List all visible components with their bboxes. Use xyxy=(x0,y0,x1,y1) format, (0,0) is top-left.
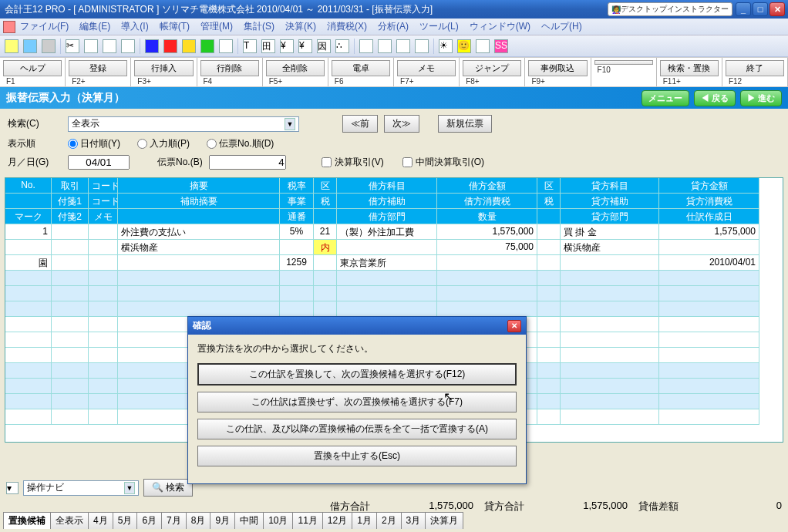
order-input-radio[interactable]: 入力順(P) xyxy=(137,137,190,150)
fkey-F5+[interactable]: 全削除F5+ xyxy=(263,58,328,86)
copy-icon[interactable] xyxy=(84,39,98,53)
footer-tab[interactable]: 3月 xyxy=(401,512,426,529)
footer-tab[interactable]: 9月 xyxy=(210,512,235,529)
skip-next-button[interactable]: この仕訳は置換せず、次の置換候補を選択する(F7) xyxy=(197,392,517,412)
interim-check[interactable]: 中間決算取引(O) xyxy=(402,156,484,169)
footer-tab[interactable]: 1月 xyxy=(352,512,377,529)
menu-edit[interactable]: 編集(E) xyxy=(79,20,110,33)
table-row[interactable] xyxy=(5,271,783,286)
table-row[interactable] xyxy=(5,301,783,317)
tool-icon[interactable]: SS xyxy=(494,39,508,53)
tool-icon[interactable]: ☀ xyxy=(439,39,453,53)
replace-all-button[interactable]: この仕訳、及び以降の置換候補の伝票を全て一括で置換する(A) xyxy=(197,419,517,439)
fkey-F10[interactable]: F10 xyxy=(591,58,657,86)
cut-icon[interactable]: ✂ xyxy=(66,39,79,53)
tool-icon[interactable]: 因 xyxy=(317,39,331,53)
search-combo[interactable]: 全表示 ▼ xyxy=(68,116,299,132)
tag-icon[interactable] xyxy=(163,39,177,53)
settlement-check[interactable]: 決算取引(V) xyxy=(322,156,384,169)
fkey-F4[interactable]: 行削除F4 xyxy=(197,58,263,86)
fkey-F12[interactable]: 終了F12 xyxy=(722,58,788,86)
tool-icon[interactable]: 田 xyxy=(261,39,275,53)
footer-tab[interactable]: 7月 xyxy=(161,512,187,529)
dialog-close-button[interactable]: ✕ xyxy=(507,320,521,332)
forward-button[interactable]: ▶ 進む xyxy=(740,90,782,106)
tag-icon[interactable] xyxy=(200,39,214,53)
fkey-F11+[interactable]: 検索・置換F11+ xyxy=(657,58,722,86)
menu-button[interactable]: メニュー xyxy=(642,90,689,106)
fkey-F2+[interactable]: 登録F2+ xyxy=(66,58,131,86)
menu-total[interactable]: 集計(S) xyxy=(244,20,274,33)
cancel-replace-button[interactable]: 置換を中止する(Esc) xyxy=(197,446,517,466)
fkey-hint: F5+ xyxy=(263,77,328,86)
menu-help[interactable]: ヘルプ(H) xyxy=(541,20,582,33)
tool-icon[interactable] xyxy=(359,39,373,53)
tag-icon[interactable] xyxy=(182,39,196,53)
footer-tab[interactable]: 置換候補 xyxy=(3,512,51,529)
fkey-F6[interactable]: 電卓F6 xyxy=(328,58,394,86)
footer-tab[interactable]: 10月 xyxy=(263,512,293,529)
footer-tab[interactable]: 中間 xyxy=(234,512,264,529)
fkey-F1[interactable]: ヘルプF1 xyxy=(0,58,66,86)
footer-tab[interactable]: 4月 xyxy=(88,512,113,529)
close-button[interactable]: ✕ xyxy=(769,2,785,16)
order-date-radio[interactable]: 日付順(Y) xyxy=(68,137,120,150)
footer-tab[interactable]: 11月 xyxy=(292,512,322,529)
search-button[interactable]: 🔍 検索 xyxy=(143,479,193,497)
menu-window[interactable]: ウィンドウ(W) xyxy=(470,20,530,33)
tool-icon[interactable] xyxy=(476,39,490,53)
prev-button[interactable]: ≪前 xyxy=(342,115,378,133)
tool-icon[interactable]: ∴ xyxy=(335,39,349,53)
maximize-button[interactable]: □ xyxy=(753,2,768,16)
footer-tab[interactable]: 6月 xyxy=(136,512,162,529)
tool-icon[interactable] xyxy=(121,39,135,53)
menu-settle[interactable]: 決算(K) xyxy=(285,20,316,33)
footer-tab[interactable]: 12月 xyxy=(322,512,352,529)
tool-icon[interactable] xyxy=(42,39,56,53)
instructor-badge[interactable]: 👩‍🏫 デスクトップインストラクター xyxy=(608,2,732,16)
menu-manage[interactable]: 管理(M) xyxy=(200,20,233,33)
tool-icon[interactable] xyxy=(219,39,233,53)
tool-icon[interactable] xyxy=(5,39,19,53)
menu-tool[interactable]: ツール(L) xyxy=(419,20,459,33)
menu-tax[interactable]: 消費税(X) xyxy=(327,20,367,33)
paste-icon[interactable] xyxy=(103,39,116,53)
back-button[interactable]: ◀ 戻る xyxy=(694,90,736,106)
new-slip-button[interactable]: 新規伝票 xyxy=(438,115,492,133)
footer-tab[interactable]: 5月 xyxy=(113,512,138,529)
tag-icon[interactable] xyxy=(145,39,159,53)
tool-icon[interactable]: T xyxy=(243,39,257,53)
slipno-input[interactable] xyxy=(209,155,286,170)
table-row[interactable]: 園1259東京営業所2010/04/01 xyxy=(5,255,783,271)
fkey-F9+[interactable]: 事例取込F9+ xyxy=(525,58,591,86)
footer-tab[interactable]: 全表示 xyxy=(50,512,89,529)
menu-file[interactable]: ファイル(F) xyxy=(20,20,69,33)
tool-icon[interactable] xyxy=(23,39,37,53)
next-button[interactable]: 次≫ xyxy=(384,115,419,133)
order-slipno-radio[interactable]: 伝票No.順(D) xyxy=(207,137,274,150)
table-row[interactable]: 横浜物産内75,000横浜物産 xyxy=(5,240,783,255)
minimize-button[interactable]: _ xyxy=(736,2,751,16)
tool-icon[interactable]: ¥ xyxy=(298,39,312,53)
menu-intro[interactable]: 導入(I) xyxy=(121,20,148,33)
tool-icon[interactable] xyxy=(396,39,410,53)
tool-icon[interactable] xyxy=(415,39,429,53)
tool-icon[interactable]: ¥ xyxy=(280,39,294,53)
navi-combo[interactable]: 操作ナビ▼ xyxy=(23,480,139,496)
replace-next-button[interactable]: この仕訳を置換して、次の置換候補を選択する(F12) xyxy=(197,363,517,386)
dropdown-icon[interactable]: ▾ xyxy=(6,482,19,494)
fkey-F8+[interactable]: ジャンプF8+ xyxy=(460,58,525,86)
menu-analyze[interactable]: 分析(A) xyxy=(378,20,409,33)
cell: 5% xyxy=(280,224,314,240)
tool-icon[interactable] xyxy=(378,39,392,53)
fkey-F7+[interactable]: メモF7+ xyxy=(394,58,460,86)
monthday-input[interactable] xyxy=(68,155,130,170)
footer-tab[interactable]: 決算月 xyxy=(425,512,463,529)
table-row[interactable] xyxy=(5,286,783,301)
fkey-F3+[interactable]: 行挿入F3+ xyxy=(131,58,197,86)
menu-book[interactable]: 帳簿(T) xyxy=(160,20,190,33)
table-row[interactable]: 1外注費の支払い5%21（製）外注加工費1,575,000買 掛 金1,575,… xyxy=(5,224,783,240)
footer-tab[interactable]: 2月 xyxy=(376,512,402,529)
tool-icon[interactable]: 🙂 xyxy=(457,39,471,53)
footer-tab[interactable]: 8月 xyxy=(186,512,211,529)
